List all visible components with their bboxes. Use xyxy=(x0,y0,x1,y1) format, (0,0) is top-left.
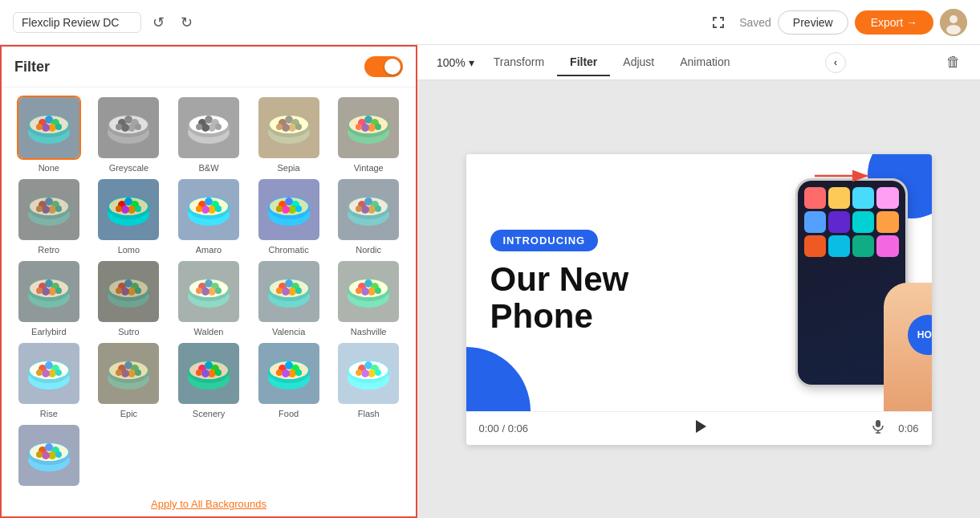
svg-point-24 xyxy=(116,124,122,130)
avatar[interactable] xyxy=(940,9,967,36)
filter-item-nashville[interactable]: Nashville xyxy=(331,259,406,336)
zoom-dropdown[interactable]: 100% ▾ xyxy=(430,53,481,72)
svg-point-49 xyxy=(295,124,302,130)
preview-button[interactable]: Preview xyxy=(778,10,848,35)
undo-button[interactable]: ↺ xyxy=(148,10,169,35)
filter-item-walden[interactable]: Walden xyxy=(171,259,246,336)
filter-thumb-earlybird xyxy=(17,259,81,324)
svg-point-252 xyxy=(36,451,43,458)
svg-point-121 xyxy=(375,206,381,212)
filter-item-amaro[interactable]: Amaro xyxy=(171,177,246,255)
filter-item-valencia[interactable]: Valencia xyxy=(251,259,327,336)
filter-thumb-partial xyxy=(17,423,81,487)
current-time: 0:00 / 0:06 xyxy=(479,422,528,434)
delete-button[interactable]: 🗑 xyxy=(940,51,967,74)
app-icon xyxy=(852,211,874,233)
apply-to-all-link[interactable]: Apply to All Backgrounds xyxy=(2,491,416,516)
filter-item-retro[interactable]: Retro xyxy=(11,177,87,255)
trash-icon: 🗑 xyxy=(946,54,961,70)
svg-point-144 xyxy=(116,288,122,294)
filter-label-scenery: Scenery xyxy=(193,409,225,418)
svg-point-145 xyxy=(135,288,141,294)
filter-item-epic[interactable]: Epic xyxy=(91,341,167,418)
project-title-input[interactable] xyxy=(13,12,141,33)
svg-point-179 xyxy=(361,288,369,296)
svg-point-216 xyxy=(196,369,202,376)
svg-point-83 xyxy=(121,206,129,214)
filter-thumb-rise xyxy=(17,341,81,406)
filter-item-chromatic[interactable]: Chromatic xyxy=(251,177,327,255)
filter-item-lomo[interactable]: Lomo xyxy=(91,177,167,255)
filter-label-epic: Epic xyxy=(120,409,137,418)
filter-item-food[interactable]: Food xyxy=(251,341,327,418)
filter-item-scenery[interactable]: Scenery xyxy=(171,341,246,418)
filter-item-sepia[interactable]: Sepia xyxy=(251,96,327,173)
svg-point-60 xyxy=(356,124,362,130)
user-avatar-icon xyxy=(940,9,967,36)
svg-point-109 xyxy=(295,206,302,212)
filter-thumb-sepia xyxy=(257,96,321,160)
filter-item-none[interactable]: None xyxy=(11,96,87,173)
video-card: INTRODUCING Our New Phone xyxy=(466,154,932,445)
tab-transform[interactable]: Transform xyxy=(481,49,557,76)
svg-point-228 xyxy=(276,369,283,376)
filter-label-sutro: Sutro xyxy=(118,327,139,336)
app-icon xyxy=(852,187,874,209)
redo-icon: ↻ xyxy=(181,14,193,31)
svg-point-84 xyxy=(116,206,122,212)
filter-panel: Filter None xyxy=(0,45,417,518)
filter-item-partial[interactable] xyxy=(11,423,87,487)
tab-adjust[interactable]: Adjust xyxy=(610,49,667,76)
filter-toggle[interactable] xyxy=(364,56,403,77)
svg-point-133 xyxy=(55,288,62,294)
svg-point-239 xyxy=(361,369,369,377)
filter-item-rise[interactable]: Rise xyxy=(11,341,87,418)
filter-item-vintage[interactable]: Vintage xyxy=(331,96,406,173)
end-time: 0:06 xyxy=(898,422,918,434)
svg-point-229 xyxy=(295,369,302,376)
svg-point-61 xyxy=(375,124,381,130)
svg-point-241 xyxy=(375,369,381,376)
filter-label-earlybird: Earlybird xyxy=(31,327,66,336)
collapse-panel-button[interactable]: ‹ xyxy=(825,52,846,73)
filter-label-retro: Retro xyxy=(38,245,59,255)
filter-label-nordic: Nordic xyxy=(356,245,381,255)
filter-item-nordic[interactable]: Nordic xyxy=(331,177,406,255)
filter-thumb-sutro xyxy=(96,259,161,324)
svg-point-1 xyxy=(950,15,958,23)
svg-point-48 xyxy=(276,124,283,130)
main-layout: Filter None xyxy=(0,45,980,518)
filter-label-chromatic: Chromatic xyxy=(269,245,309,255)
tab-filter[interactable]: Filter xyxy=(557,49,610,76)
filter-item-bw[interactable]: B&W xyxy=(171,96,246,173)
tab-animation[interactable]: Animation xyxy=(667,49,742,76)
filter-thumb-flash xyxy=(336,341,401,406)
filter-item-greyscale[interactable]: Greyscale xyxy=(91,96,167,173)
filter-item-earlybird[interactable]: Earlybird xyxy=(11,259,87,336)
svg-point-132 xyxy=(36,288,43,294)
redo-button[interactable]: ↻ xyxy=(176,10,197,35)
svg-point-71 xyxy=(42,206,50,214)
filter-label-nashville: Nashville xyxy=(351,327,387,336)
app-icon xyxy=(828,211,850,233)
svg-point-97 xyxy=(215,206,222,212)
saved-status: Saved xyxy=(739,16,771,29)
svg-rect-258 xyxy=(876,420,880,427)
export-button[interactable]: Export → xyxy=(855,10,933,35)
filter-item-sutro[interactable]: Sutro xyxy=(91,259,167,336)
filter-label-rise: Rise xyxy=(40,409,58,418)
filter-thumb-valencia xyxy=(257,259,321,324)
app-icon xyxy=(876,211,898,233)
svg-point-253 xyxy=(55,451,62,458)
fullscreen-button[interactable] xyxy=(704,11,733,34)
microphone-button[interactable] xyxy=(871,419,885,437)
play-button[interactable] xyxy=(692,418,708,438)
filter-label-lomo: Lomo xyxy=(118,245,140,255)
toggle-slider xyxy=(364,56,403,77)
svg-point-2 xyxy=(946,25,961,35)
filter-label-amaro: Amaro xyxy=(196,245,222,255)
filter-item-flash[interactable]: Flash xyxy=(331,341,406,418)
svg-point-35 xyxy=(201,124,209,132)
app-icon xyxy=(804,211,826,233)
svg-point-13 xyxy=(55,124,62,130)
